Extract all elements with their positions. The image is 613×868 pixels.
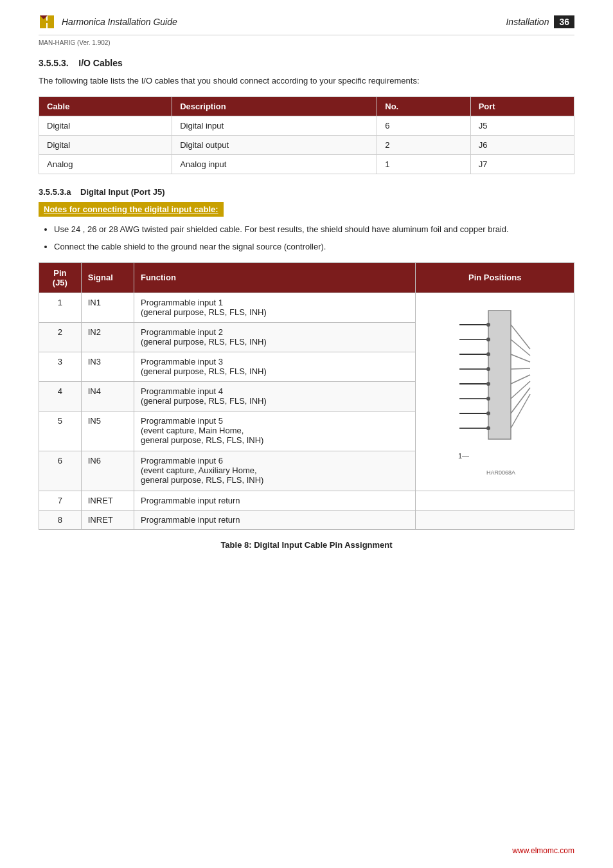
pin-6-func-line3: general purpose, RLS, FLS, INH): [141, 475, 263, 485]
pin-5-func-line2: (event capture, Main Home,: [141, 426, 244, 435]
pin-4-func-line2: (general purpose, RLS, FLS, INH): [141, 396, 267, 406]
table-caption: Table 8: Digital Input Cable Pin Assignm…: [39, 540, 574, 550]
subsection-title: 3.5.5.3.a Digital Input (Port J5): [39, 187, 574, 197]
svg-point-13: [486, 323, 490, 327]
svg-line-28: [511, 394, 530, 428]
svg-text:1—: 1—: [458, 452, 469, 460]
svg-point-20: [486, 426, 490, 430]
pin-3-num: 3: [39, 352, 82, 381]
pin-5-function: Programmable input 5 (event capture, Mai…: [134, 411, 415, 451]
io-col-port: Port: [470, 96, 574, 116]
pin-4-function: Programmable input 4 (general purpose, R…: [134, 382, 415, 411]
pin-2-function: Programmable input 2 (general purpose, R…: [134, 322, 415, 352]
sub-header: MAN-HARIG (Ver. 1.902): [39, 39, 574, 46]
pin-8-func-line1: Programmable input return: [141, 515, 240, 525]
subsection-number: 3.5.5.3.a: [39, 187, 71, 197]
io-col-description: Description: [172, 96, 377, 116]
pin-7-num: 7: [39, 491, 82, 510]
pin-4-num: 4: [39, 382, 82, 411]
note-highlight: Notes for connecting the digital input c…: [39, 202, 224, 217]
io-row-1-cable: Digital: [39, 116, 172, 135]
pin-row-7: 7 INRET Programmable input return: [39, 491, 574, 510]
io-row-2: Digital Digital output 2 J6: [39, 135, 574, 154]
pin-diagram-cell: 1— HAR0068A: [416, 293, 574, 491]
pin-8-num: 8: [39, 510, 82, 529]
io-row-3-no: 1: [377, 154, 470, 174]
svg-line-21: [511, 325, 530, 349]
svg-line-25: [511, 375, 530, 384]
pin-1-num: 1: [39, 293, 82, 322]
svg-line-27: [511, 388, 530, 413]
pin-4-signal: IN4: [81, 382, 134, 411]
svg-rect-4: [488, 311, 511, 439]
io-row-2-cable: Digital: [39, 135, 172, 154]
svg-point-17: [486, 382, 490, 386]
pin-2-func-line2: (general purpose, RLS, FLS, INH): [141, 337, 267, 347]
signal-col-header: Signal: [81, 262, 134, 293]
svg-point-14: [486, 338, 490, 341]
section-intro: The following table lists the I/O cables…: [39, 75, 574, 87]
pin-6-signal: IN6: [81, 451, 134, 491]
section-title: 3.5.5.3. I/O Cables: [39, 58, 574, 68]
svg-text:HAR0068A: HAR0068A: [486, 469, 515, 476]
pin-1-func-line2: (general purpose, RLS, FLS, INH): [141, 307, 267, 317]
io-row-3-port: J7: [470, 154, 574, 174]
pin-7-function: Programmable input return: [134, 491, 415, 510]
io-row-1-no: 6: [377, 116, 470, 135]
svg-line-23: [511, 354, 530, 362]
pin-6-func-line2: (event capture, Auxiliary Home,: [141, 466, 257, 475]
pin-3-func-line2: (general purpose, RLS, FLS, INH): [141, 366, 267, 376]
footer-url: www.elmomc.com: [512, 846, 574, 855]
io-row-2-port: J6: [470, 135, 574, 154]
io-row-1-port: J5: [470, 116, 574, 135]
pin-row-1: 1 IN1 Programmable input 1 (general purp…: [39, 293, 574, 322]
io-row-3: Analog Analog input 1 J7: [39, 154, 574, 174]
pin-1-signal: IN1: [81, 293, 134, 322]
svg-line-26: [511, 381, 530, 399]
pin-7-pos: [416, 491, 574, 510]
io-row-2-desc: Digital output: [172, 135, 377, 154]
pin-3-function: Programmable input 3 (general purpose, R…: [134, 352, 415, 381]
header-left: Harmonica Installation Guide: [39, 13, 177, 31]
pin-5-signal: IN5: [81, 411, 134, 451]
io-row-1-desc: Digital input: [172, 116, 377, 135]
bullet-2: Connect the cable shield to the ground n…: [54, 240, 574, 253]
pin-row-8: 8 INRET Programmable input return: [39, 510, 574, 529]
pin-diagram-svg: 1— HAR0068A: [453, 298, 537, 484]
header-right-group: Installation 36: [506, 15, 574, 28]
svg-rect-2: [42, 21, 51, 23]
pin-1-function: Programmable input 1 (general purpose, R…: [134, 293, 415, 322]
page-number: 36: [554, 15, 574, 28]
section-name: I/O Cables: [78, 58, 122, 68]
subsection-name: Digital Input (Port J5): [80, 187, 164, 197]
pin-8-signal: INRET: [81, 510, 134, 529]
logo-icon: [39, 13, 57, 31]
page-header: Harmonica Installation Guide Installatio…: [39, 13, 574, 35]
positions-col-header: Pin Positions: [416, 262, 574, 293]
section-number: 3.5.5.3.: [39, 58, 69, 68]
io-col-cable: Cable: [39, 96, 172, 116]
io-cables-table: Cable Description No. Port Digital Digit…: [39, 96, 574, 174]
header-section: Installation: [506, 17, 549, 27]
pin-3-signal: IN3: [81, 352, 134, 381]
pin-8-function: Programmable input return: [134, 510, 415, 529]
io-row-2-no: 2: [377, 135, 470, 154]
io-row-1: Digital Digital input 6 J5: [39, 116, 574, 135]
io-col-no: No.: [377, 96, 470, 116]
pin-6-func-line1: Programmable input 6: [141, 456, 223, 466]
pin-7-signal: INRET: [81, 491, 134, 510]
pin-5-num: 5: [39, 411, 82, 451]
bullet-list: Use 24 , 26 or 28 AWG twisted pair shiel…: [54, 223, 574, 253]
pin-table: Pin (J5) Signal Function Pin Positions 1…: [39, 262, 574, 530]
pin-5-func-line3: general purpose, RLS, FLS, INH): [141, 435, 263, 445]
pin-7-func-line1: Programmable input return: [141, 496, 240, 505]
pin-2-num: 2: [39, 322, 82, 352]
svg-point-18: [486, 397, 490, 401]
pin-5-func-line1: Programmable input 5: [141, 416, 223, 426]
pin-4-func-line1: Programmable input 4: [141, 386, 223, 396]
svg-line-22: [511, 339, 530, 356]
pin-3-func-line1: Programmable input 3: [141, 357, 223, 366]
svg-point-19: [486, 411, 490, 415]
svg-line-24: [511, 368, 530, 369]
function-col-header: Function: [134, 262, 415, 293]
